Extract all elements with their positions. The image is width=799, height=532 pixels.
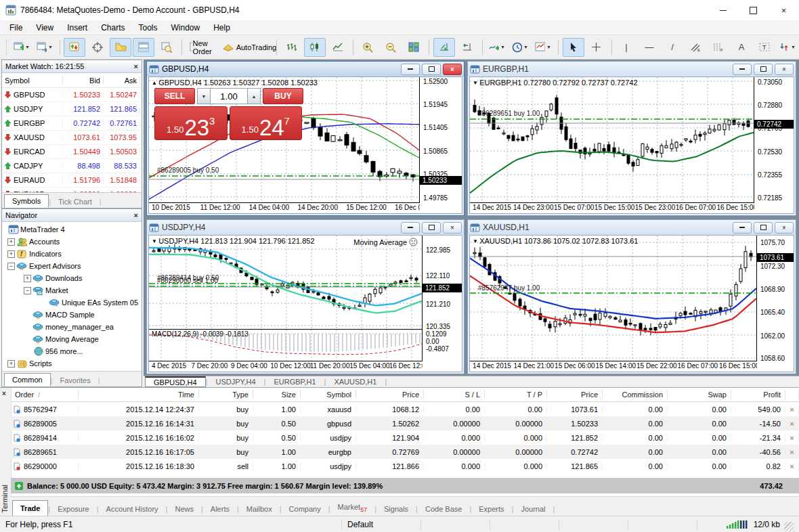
channel-button[interactable]: E [685,38,706,57]
close-position-icon[interactable]: × [785,462,799,470]
col-header-price[interactable]: Price [356,390,424,399]
navigator-item-indicators[interactable]: +fIndicators [2,248,142,260]
close-position-icon[interactable]: × [785,448,799,456]
market-watch-row[interactable]: EURCAD1.504491.50503 [2,145,142,159]
mw-col-ask[interactable]: Ask [104,76,140,85]
crosshair-button[interactable] [586,38,607,57]
maximize-button[interactable] [738,0,769,20]
terminal-tab-signals[interactable]: Signals [376,502,416,516]
chart-minimize-button[interactable] [401,222,420,234]
navigator-close-icon[interactable]: × [134,211,138,219]
terminal-close-icon[interactable]: × [2,390,6,397]
periods-button[interactable]: ▼ [509,38,531,57]
collapse-icon[interactable]: − [7,263,15,270]
chart-tab-xauusd-h1[interactable]: XAUUSD,H1 [326,376,385,387]
navigator-item-expert-advisors[interactable]: −Expert Advisors [2,260,142,272]
chart-window-gbpusd[interactable]: GBPUSD,H4×#86289005 buy 0.50▲ GBPUSD,H4 … [146,61,465,216]
zoom-out-button[interactable] [380,38,402,57]
navigator-item-accounts[interactable]: +Accounts [2,236,142,248]
chart-plot-area[interactable]: #86289414 buy 0.50#86290000 sell 1.00▼ U… [149,236,423,361]
close-position-icon[interactable]: × [785,434,799,442]
terminal-tab-company[interactable]: Company [282,502,328,516]
market-watch-toggle[interactable] [64,38,85,57]
indicators-button[interactable]: ▼ [486,38,508,57]
expand-icon[interactable]: + [24,275,31,282]
chart-window-usdjpy[interactable]: USDJPY,H4×#86289414 buy 0.50#86290000 se… [146,219,465,374]
zoom-in-button[interactable] [357,38,379,57]
close-position-icon[interactable]: × [785,420,799,428]
close-position-icon[interactable]: × [785,405,799,414]
terminal-tab-market[interactable]: Market57 [330,500,375,516]
terminal-tab-experts[interactable]: Experts [471,502,511,516]
mw-tab-symbols[interactable]: Symbols [4,194,49,208]
market-watch-row[interactable]: XAUUSD1073.611073.95 [2,131,142,145]
col-header-t-p[interactable]: T / P [485,390,547,399]
col-header-swap[interactable]: Swap [668,390,731,399]
col-header-price[interactable]: Price [547,390,603,399]
cursor-button[interactable] [563,38,584,57]
new-chart-button[interactable]: ▼ [11,38,33,57]
navigator-item-money-manager-ea[interactable]: money_manager_ea [2,321,142,333]
navigator-toggle[interactable] [110,38,131,57]
navigator-item-956-more-[interactable]: 956 more... [2,345,142,357]
navigator-item-moving-average[interactable]: Moving Average [2,333,142,345]
market-watch-row[interactable]: USDJPY121.852121.865 [2,102,142,116]
menu-help[interactable]: Help [207,21,237,35]
chart-tab-gbpusd-h4[interactable]: GBPUSD,H4 [145,376,206,387]
buy-price-display[interactable]: 1.50247 [230,106,303,140]
menu-window[interactable]: Window [165,21,207,35]
tile-windows-button[interactable] [403,38,425,57]
chart-window-xauusd[interactable]: XAUUSD,H1×#85762947 buy 1.00▼ XAUUSD,H1 … [467,219,796,374]
chart-restore-button[interactable] [422,222,441,234]
auto-scroll-toggle[interactable] [433,38,455,57]
resize-grip[interactable] [784,522,794,531]
chart-window-eurgbp[interactable]: EURGBP,H1×#86289651 buy 1.00▼ EURGBP,H1 … [467,61,796,216]
profiles-button[interactable]: ▼ [34,38,56,57]
text-label-button[interactable]: T [754,38,775,57]
terminal-tab-mailbox[interactable]: Mailbox [239,502,280,516]
nav-tab-favorites[interactable]: Favorites [52,374,98,386]
line-chart-button[interactable] [327,38,349,57]
collapse-icon[interactable]: − [24,287,31,294]
terminal-tab-news[interactable]: News [167,502,201,516]
trendline-button[interactable]: / [662,38,683,57]
chart-tab-usdjpy-h4[interactable]: USDJPY,H4 [207,376,263,387]
expand-icon[interactable]: + [7,250,15,258]
col-header-size[interactable]: Size [253,390,301,399]
volume-input[interactable] [211,88,247,104]
terminal-tab-trade[interactable]: Trade [12,500,48,516]
navigator-item-downloads[interactable]: +Downloads [2,272,142,284]
menu-insert[interactable]: Insert [60,21,94,35]
templates-button[interactable]: ▼ [532,38,554,57]
volume-increase-button[interactable]: ▲ [247,88,261,104]
nav-tab-common[interactable]: Common [4,373,51,386]
chart-restore-button[interactable] [754,64,773,75]
menu-charts[interactable]: Charts [94,21,131,35]
autotrading-button[interactable]: AutoTrading [240,38,272,57]
market-watch-row[interactable]: GBPUSD1.502331.50247 [2,88,142,102]
terminal-tab-alerts[interactable]: Alerts [203,502,237,516]
navigator-item-scripts[interactable]: +Scripts [2,357,142,370]
navigator-item-unique-eas-system-05[interactable]: Unique EAs System 05 [2,296,142,309]
sell-button[interactable]: SELL [154,88,195,104]
chart-titlebar[interactable]: USDJPY,H4× [147,220,464,235]
vertical-line-button[interactable]: | [616,38,637,57]
chart-titlebar[interactable]: EURGBP,H1× [468,62,796,76]
terminal-tab-code-base[interactable]: Code Base [418,502,469,516]
terminal-tab-account-history[interactable]: Account History [99,502,166,516]
trade-row[interactable]: 862894142015.12.16 16:16:02buy0.50usdjpy… [11,430,799,445]
terminal-toggle[interactable] [133,38,154,57]
chart-close-button[interactable]: × [775,64,794,75]
market-watch-row[interactable]: EURAUD1.517961.51848 [2,173,142,187]
chart-restore-button[interactable] [754,222,773,234]
chart-close-button[interactable]: × [443,222,462,234]
strategy-tester-button[interactable] [156,38,177,57]
new-order-button[interactable]: New Order [186,38,216,57]
buy-button[interactable]: BUY [263,88,303,104]
bar-chart-button[interactable] [281,38,303,57]
menu-file[interactable]: File [3,21,29,35]
chart-shift-button[interactable] [456,38,478,57]
expand-icon[interactable]: + [7,360,15,368]
trade-row[interactable]: 862900002015.12.16 16:18:30sell1.00usdjp… [11,459,799,473]
mw-col-bid[interactable]: Bid [63,76,104,85]
